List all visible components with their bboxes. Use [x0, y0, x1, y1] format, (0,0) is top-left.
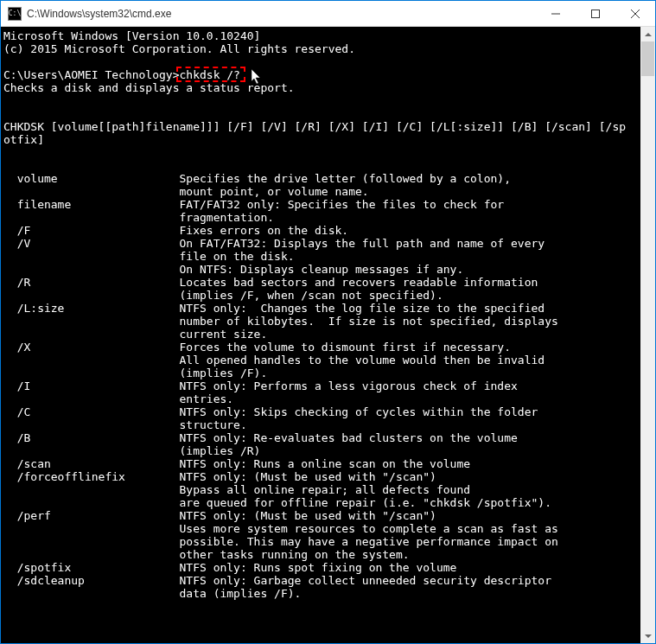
command-highlight [176, 67, 245, 82]
window-titlebar[interactable]: C:\ C:\Windows\system32\cmd.exe [1, 1, 655, 27]
maximize-button[interactable] [576, 1, 615, 26]
scroll-thumb[interactable] [641, 41, 654, 76]
close-button[interactable] [615, 1, 655, 26]
scroll-down-button[interactable] [640, 628, 655, 643]
mouse-cursor-icon [252, 69, 264, 89]
window-controls [536, 1, 655, 26]
minimize-button[interactable] [536, 1, 576, 26]
svg-marker-5 [645, 33, 652, 36]
svg-marker-4 [252, 69, 260, 84]
vertical-scrollbar[interactable] [640, 27, 655, 643]
svg-rect-1 [592, 10, 600, 17]
console-output[interactable]: Microsoft Windows [Version 10.0.10240] (… [1, 27, 640, 643]
cmd-icon: C:\ [8, 7, 22, 21]
scroll-up-button[interactable] [640, 27, 655, 41]
window-title: C:\Windows\system32\cmd.exe [27, 8, 536, 20]
svg-marker-6 [645, 634, 652, 638]
